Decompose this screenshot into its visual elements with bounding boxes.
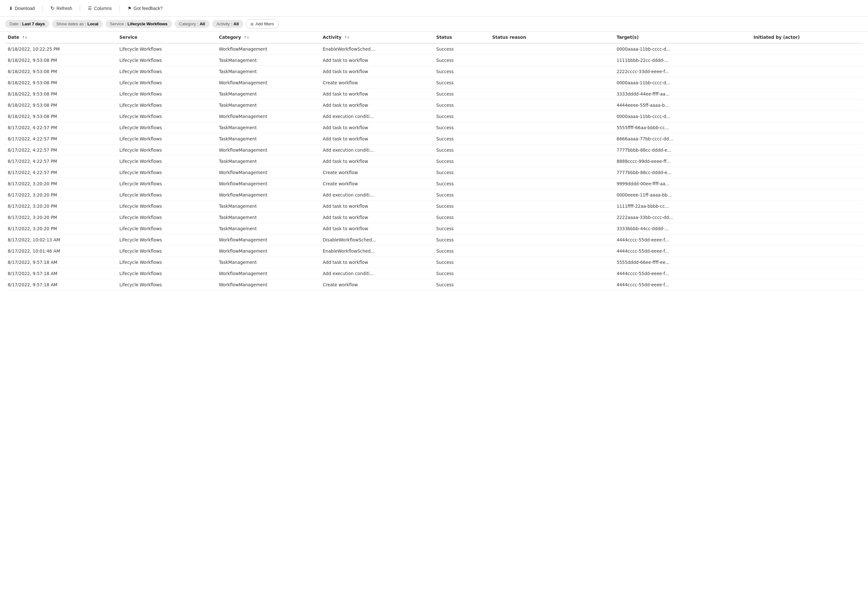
- cell-targets: 4444cccc-55dd-eeee-f...: [614, 268, 751, 279]
- cell-targets: 4444cccc-55dd-eeee-f...: [614, 234, 751, 245]
- cell-date: 8/17/2022, 4:22:57 PM: [5, 133, 117, 145]
- date-filter-chip[interactable]: Date : Last 7 days: [5, 20, 49, 28]
- table-row[interactable]: 8/17/2022, 10:01:46 AMLifecycle Workflow…: [5, 245, 863, 257]
- cell-category: WorkflowManagement: [216, 43, 320, 55]
- filter-bar: Date : Last 7 days Show dates as : Local…: [0, 17, 868, 31]
- col-header-initiated: Initiated by (actor): [751, 31, 863, 43]
- cell-statusreason: [490, 43, 614, 55]
- cell-activity: Add task to workflow: [320, 66, 434, 77]
- show-dates-filter-chip[interactable]: Show dates as : Local: [52, 20, 103, 28]
- cell-date: 8/18/2022, 9:53:08 PM: [5, 66, 117, 77]
- cell-category: TaskManagement: [216, 55, 320, 66]
- col-header-activity[interactable]: Activity ↑↓: [320, 31, 434, 43]
- cell-date: 8/18/2022, 9:53:08 PM: [5, 77, 117, 89]
- table-row[interactable]: 8/17/2022, 3:20:20 PMLifecycle Workflows…: [5, 212, 863, 223]
- cell-initiated: [751, 133, 863, 145]
- cell-service: Lifecycle Workflows: [117, 223, 217, 234]
- table-row[interactable]: 8/17/2022, 3:20:20 PMLifecycle Workflows…: [5, 201, 863, 212]
- cell-statusreason: [490, 257, 614, 268]
- table-row[interactable]: 8/17/2022, 10:02:13 AMLifecycle Workflow…: [5, 234, 863, 245]
- cell-activity: Add execution conditi...: [320, 145, 434, 156]
- cell-status: Success: [434, 89, 490, 100]
- table-row[interactable]: 8/18/2022, 9:53:08 PMLifecycle Workflows…: [5, 89, 863, 100]
- table-row[interactable]: 8/18/2022, 9:53:08 PMLifecycle Workflows…: [5, 100, 863, 111]
- cell-initiated: [751, 212, 863, 223]
- category-filter-value: All: [200, 21, 205, 26]
- col-header-category[interactable]: Category ↑↓: [216, 31, 320, 43]
- table-row[interactable]: 8/18/2022, 9:53:08 PMLifecycle Workflows…: [5, 111, 863, 122]
- table-row[interactable]: 8/17/2022, 4:22:57 PMLifecycle Workflows…: [5, 167, 863, 178]
- cell-status: Success: [434, 55, 490, 66]
- table-row[interactable]: 8/17/2022, 4:22:57 PMLifecycle Workflows…: [5, 145, 863, 156]
- cell-status: Success: [434, 111, 490, 122]
- table-row[interactable]: 8/17/2022, 4:22:57 PMLifecycle Workflows…: [5, 122, 863, 133]
- table-row[interactable]: 8/17/2022, 3:20:20 PMLifecycle Workflows…: [5, 178, 863, 189]
- cell-service: Lifecycle Workflows: [117, 89, 217, 100]
- table-row[interactable]: 8/17/2022, 3:20:20 PMLifecycle Workflows…: [5, 223, 863, 234]
- col-header-date[interactable]: Date ↑↓: [5, 31, 117, 43]
- cell-statusreason: [490, 167, 614, 178]
- cell-category: WorkflowManagement: [216, 234, 320, 245]
- cell-initiated: [751, 257, 863, 268]
- download-button[interactable]: Download: [5, 4, 38, 13]
- cell-category: TaskManagement: [216, 156, 320, 167]
- service-filter-chip[interactable]: Service : Lifecycle Workflows: [105, 20, 172, 28]
- cell-service: Lifecycle Workflows: [117, 268, 217, 279]
- table-row[interactable]: 8/18/2022, 9:53:08 PMLifecycle Workflows…: [5, 77, 863, 89]
- cell-category: WorkflowManagement: [216, 77, 320, 89]
- cell-targets: 2222cccc-33dd-eeee-f...: [614, 66, 751, 77]
- table-row[interactable]: 8/18/2022, 9:53:08 PMLifecycle Workflows…: [5, 66, 863, 77]
- cell-service: Lifecycle Workflows: [117, 201, 217, 212]
- cell-service: Lifecycle Workflows: [117, 212, 217, 223]
- cell-date: 8/18/2022, 10:22:25 PM: [5, 43, 117, 55]
- feedback-button[interactable]: Got feedback?: [124, 4, 167, 13]
- table-row[interactable]: 8/17/2022, 9:57:18 AMLifecycle Workflows…: [5, 279, 863, 290]
- cell-targets: 3333dddd-44ee-ffff-aa...: [614, 89, 751, 100]
- table-row[interactable]: 8/18/2022, 10:22:25 PMLifecycle Workflow…: [5, 43, 863, 55]
- cell-status: Success: [434, 223, 490, 234]
- table-row[interactable]: 8/17/2022, 9:57:18 AMLifecycle Workflows…: [5, 257, 863, 268]
- cell-activity: Add task to workflow: [320, 133, 434, 145]
- table-row[interactable]: 8/17/2022, 9:57:18 AMLifecycle Workflows…: [5, 268, 863, 279]
- cell-status: Success: [434, 122, 490, 133]
- download-icon: [9, 6, 13, 11]
- columns-button[interactable]: Columns: [84, 4, 115, 13]
- cell-activity: Create workflow: [320, 77, 434, 89]
- cell-initiated: [751, 223, 863, 234]
- category-filter-chip[interactable]: Category : All: [175, 20, 210, 28]
- cell-initiated: [751, 55, 863, 66]
- cell-date: 8/18/2022, 9:53:08 PM: [5, 55, 117, 66]
- cell-service: Lifecycle Workflows: [117, 167, 217, 178]
- cell-initiated: [751, 89, 863, 100]
- cell-category: TaskManagement: [216, 223, 320, 234]
- cell-date: 8/18/2022, 9:53:08 PM: [5, 111, 117, 122]
- divider-1: [42, 5, 43, 12]
- table-row[interactable]: 8/17/2022, 3:20:20 PMLifecycle Workflows…: [5, 189, 863, 201]
- cell-statusreason: [490, 77, 614, 89]
- cell-service: Lifecycle Workflows: [117, 100, 217, 111]
- cell-category: TaskManagement: [216, 122, 320, 133]
- cell-activity: EnableWorkflowSched...: [320, 245, 434, 257]
- refresh-button[interactable]: Refresh: [46, 3, 76, 13]
- service-filter-label: Service: [110, 21, 124, 26]
- cell-date: 8/17/2022, 4:22:57 PM: [5, 167, 117, 178]
- cell-targets: 8888cccc-99dd-eeee-ff...: [614, 156, 751, 167]
- service-filter-value: Lifecycle Workflows: [128, 21, 168, 26]
- cell-statusreason: [490, 156, 614, 167]
- cell-statusreason: [490, 89, 614, 100]
- cell-statusreason: [490, 268, 614, 279]
- table-row[interactable]: 8/18/2022, 9:53:08 PMLifecycle Workflows…: [5, 55, 863, 66]
- add-filters-button[interactable]: Add filters: [246, 19, 279, 28]
- columns-label: Columns: [94, 6, 112, 11]
- table-row[interactable]: 8/17/2022, 4:22:57 PMLifecycle Workflows…: [5, 133, 863, 145]
- cell-status: Success: [434, 100, 490, 111]
- activity-filter-chip[interactable]: Activity : All: [212, 20, 243, 28]
- cell-statusreason: [490, 122, 614, 133]
- cell-activity: Add execution conditi...: [320, 268, 434, 279]
- cell-category: WorkflowManagement: [216, 178, 320, 189]
- cell-initiated: [751, 145, 863, 156]
- table-row[interactable]: 8/17/2022, 4:22:57 PMLifecycle Workflows…: [5, 156, 863, 167]
- cell-service: Lifecycle Workflows: [117, 122, 217, 133]
- cell-date: 8/17/2022, 3:20:20 PM: [5, 178, 117, 189]
- cell-initiated: [751, 268, 863, 279]
